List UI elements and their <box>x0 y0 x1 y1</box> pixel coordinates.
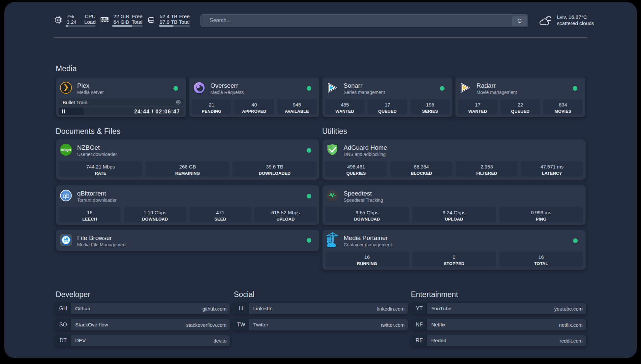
svg-text:qb: qb <box>63 192 70 199</box>
svg-text:nzbget: nzbget <box>61 148 71 152</box>
